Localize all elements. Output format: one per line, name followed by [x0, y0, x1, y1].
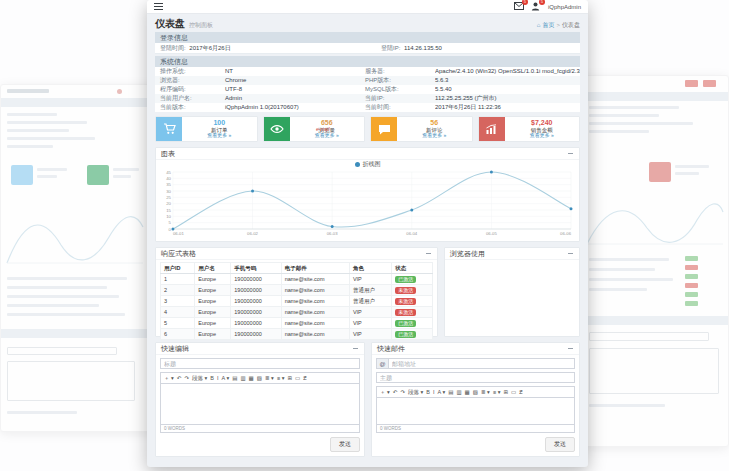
background-skeleton — [589, 114, 659, 117]
toolbar-button-icon[interactable]: Ƶ — [303, 375, 306, 381]
system-info-cell: Chrome — [225, 76, 365, 85]
notifications-icon[interactable]: 5 — [531, 2, 541, 11]
background-skeleton — [589, 130, 649, 133]
collapse-icon[interactable] — [351, 345, 359, 353]
editor-toolbar: ＋ ▾↶↷段落 ▾BIA ▾▤▥▦▧≣ ▾≡ ▾⊞▭Ƶ — [160, 372, 360, 383]
table-cell: Europe — [195, 285, 231, 296]
title-input[interactable] — [160, 358, 360, 369]
svg-text:06-05: 06-05 — [486, 231, 498, 236]
toolbar-button-icon[interactable]: ＋ ▾ — [380, 389, 390, 396]
toolbar-button-icon[interactable]: B — [426, 389, 430, 395]
svg-text:5: 5 — [169, 220, 172, 225]
toolbar-button-icon[interactable]: A ▾ — [438, 389, 446, 395]
toolbar-button-icon[interactable]: ≣ ▾ — [265, 375, 274, 381]
status-badge: 未激活 — [395, 309, 416, 316]
background-skeleton — [7, 129, 69, 132]
background-skeleton — [7, 361, 135, 401]
background-skeleton — [589, 122, 693, 125]
toolbar-button-icon[interactable]: ▭ — [295, 375, 300, 381]
editor-content-area[interactable] — [376, 397, 575, 425]
toolbar-button-icon[interactable]: ▥ — [240, 375, 245, 381]
system-info-cell: 5.6.3 — [435, 76, 580, 85]
toolbar-button-icon[interactable]: 段落 ▾ — [192, 375, 207, 382]
toolbar-button-icon[interactable]: ▦ — [249, 375, 254, 381]
system-info-cell: iQphpAdmin 1.0(20170607) — [225, 103, 365, 112]
toolbar-button-icon[interactable]: ＋ ▾ — [164, 375, 174, 382]
toolbar-button-icon[interactable]: ▦ — [465, 389, 470, 395]
collapse-icon[interactable] — [424, 250, 432, 258]
background-skeleton — [589, 348, 719, 394]
desktop: 5 5 iQphpAdmin 仪表盘 控制面板 ⌂ 首页 — [0, 0, 729, 471]
toolbar-button-icon[interactable]: A ▾ — [222, 375, 230, 381]
system-info-table: 操作系统:NT服务器:Apache/2.4.10 (Win32) OpenSSL… — [155, 67, 580, 112]
table-cell: name@site.com — [281, 329, 349, 340]
table-cell: name@site.com — [281, 285, 349, 296]
toolbar-button-icon[interactable]: I — [217, 375, 219, 381]
background-red-chip — [703, 80, 716, 87]
subject-input[interactable] — [376, 372, 575, 383]
collapse-icon[interactable] — [566, 250, 574, 258]
toolbar-button-icon[interactable]: 段落 ▾ — [408, 389, 423, 396]
status-badge: 已激活 — [395, 331, 416, 338]
collapse-icon[interactable] — [566, 150, 574, 158]
system-info-cell: 浏览器: — [155, 76, 225, 85]
table-column-header: 手机号码 — [231, 263, 281, 274]
table-cell-status: 已激活 — [392, 318, 433, 329]
svg-text:10: 10 — [166, 214, 171, 219]
toolbar-button-icon[interactable]: ≡ ▾ — [493, 389, 501, 395]
stat-card-more-link[interactable]: 查看更多 » — [315, 133, 339, 139]
system-info-cell: MySQL版本: — [365, 85, 435, 94]
table-cell: Europe — [195, 274, 231, 285]
user-menu[interactable]: iQphpAdmin — [548, 4, 581, 10]
stat-card: 100新订单查看更多 » — [155, 116, 258, 142]
main-window: 5 5 iQphpAdmin 仪表盘 控制面板 ⌂ 首页 — [147, 0, 588, 467]
background-green-chip — [685, 274, 698, 279]
messages-icon[interactable]: 5 — [514, 2, 524, 11]
stat-card-more-link[interactable]: 查看更多 » — [530, 133, 554, 139]
background-stat-blue — [11, 165, 33, 185]
toolbar-button-icon[interactable]: B — [210, 375, 214, 381]
stat-card-more-link[interactable]: 查看更多 » — [422, 133, 446, 139]
toolbar-button-icon[interactable]: ↷ — [400, 389, 405, 395]
toolbar-button-icon[interactable]: ▧ — [257, 375, 262, 381]
toolbar-button-icon[interactable]: I — [433, 389, 435, 395]
browser-panel-title: 浏览器使用 — [450, 249, 485, 259]
editor-content-area[interactable] — [160, 383, 360, 425]
toolbar-button-icon[interactable]: ▥ — [456, 389, 461, 395]
toolbar-button-icon[interactable]: ↷ — [184, 375, 189, 381]
table-cell: name@site.com — [281, 274, 349, 285]
toolbar-button-icon[interactable]: ↶ — [177, 375, 182, 381]
toolbar-button-icon[interactable]: ↶ — [393, 389, 398, 395]
toolbar-button-icon[interactable]: Ƶ — [519, 389, 522, 395]
breadcrumb-home-link[interactable]: 首页 — [542, 21, 554, 30]
login-time-value: 2017年6月26日 — [189, 45, 230, 51]
toolbar-button-icon[interactable]: ▧ — [473, 389, 478, 395]
artifact-email-text: e-mail — [316, 126, 330, 132]
table-row: 2Europe190000000name@site.com普通用户未激活 — [161, 285, 433, 296]
status-badge: 已激活 — [395, 276, 416, 283]
svg-text:06-04: 06-04 — [406, 231, 418, 236]
toolbar-button-icon[interactable]: ▭ — [511, 389, 516, 395]
breadcrumb: ⌂ 首页 > 仪表盘 — [537, 21, 580, 30]
table-cell: 5 — [161, 318, 195, 329]
toolbar-button-icon[interactable]: ≣ ▾ — [481, 389, 490, 395]
system-info-cell: 程序编码: — [155, 85, 225, 94]
system-info-cell: Apache/2.4.10 (Win32) OpenSSL/1.0.1i mod… — [435, 67, 580, 76]
send-button[interactable]: 发送 — [545, 437, 575, 452]
toolbar-button-icon[interactable]: ⊞ — [503, 389, 508, 395]
toolbar-button-icon[interactable]: ▤ — [232, 375, 237, 381]
toolbar-button-icon[interactable]: ≡ ▾ — [277, 375, 285, 381]
stat-card-more-link[interactable]: 查看更多 » — [207, 133, 231, 139]
send-button[interactable]: 发送 — [330, 437, 360, 452]
system-info-cell: Admin — [225, 94, 365, 103]
system-info-cell: 服务器: — [365, 67, 435, 76]
recipient-input[interactable] — [388, 358, 575, 369]
toolbar-button-icon[interactable]: ▤ — [448, 389, 453, 395]
table-cell: 4 — [161, 307, 195, 318]
collapse-icon[interactable] — [566, 345, 574, 353]
toolbar-button-icon[interactable]: ⊞ — [287, 375, 292, 381]
sidebar-toggle-icon[interactable] — [154, 3, 163, 10]
background-skeleton — [589, 332, 709, 341]
background-skeleton — [37, 168, 67, 171]
page-header: 仪表盘 控制面板 ⌂ 首页 > 仪表盘 — [155, 17, 580, 30]
